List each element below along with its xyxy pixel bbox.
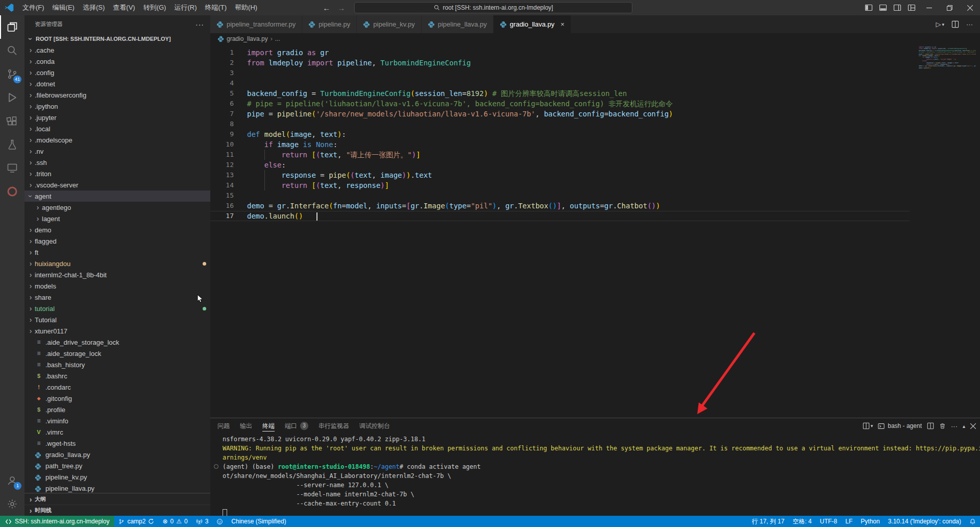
close-tab-icon[interactable]: × bbox=[560, 20, 565, 28]
tree-item-.vscode-server[interactable]: ›.vscode-server bbox=[24, 179, 210, 190]
minimize-button[interactable] bbox=[919, 0, 939, 15]
back-icon[interactable]: ← bbox=[323, 4, 330, 12]
tree-item-tutorial[interactable]: ›tutorial bbox=[24, 303, 210, 314]
tree-item-.aide_storage_lock[interactable]: ≡.aide_storage_lock bbox=[24, 348, 210, 359]
search-view-icon[interactable] bbox=[0, 39, 24, 62]
new-terminal-icon[interactable]: ▾ bbox=[863, 422, 873, 429]
tree-item-.wget-hsts[interactable]: ≡.wget-hsts bbox=[24, 438, 210, 449]
run-python-file-icon[interactable]: ▷▾ bbox=[936, 20, 944, 28]
git-branch-indicator[interactable]: camp2 bbox=[114, 516, 158, 527]
tree-item-agent[interactable]: ›agent bbox=[24, 190, 210, 202]
toggle-secondary-sidebar-icon[interactable] bbox=[890, 0, 904, 15]
feedback-indicator[interactable] bbox=[212, 516, 227, 527]
tree-item-.dotnet[interactable]: ›.dotnet bbox=[24, 78, 210, 89]
tab-gradio_llava.py[interactable]: gradio_llava.py× bbox=[494, 15, 571, 33]
language-mode-indicator[interactable]: Python bbox=[856, 516, 884, 527]
tab-pipeline.py[interactable]: pipeline.py bbox=[302, 15, 357, 33]
explorer-more-actions-icon[interactable]: ··· bbox=[195, 20, 204, 29]
toggle-panel-icon[interactable] bbox=[876, 0, 890, 15]
tree-item-lagent[interactable]: ›lagent bbox=[24, 213, 210, 224]
tree-item-models[interactable]: ›models bbox=[24, 280, 210, 292]
sidebar-section-大纲[interactable]: ›大纲 bbox=[24, 493, 210, 505]
sidebar-section-时间线[interactable]: ›时间线 bbox=[24, 505, 210, 516]
menu-查看[interactable]: 查看(V) bbox=[109, 0, 139, 15]
testing-icon[interactable] bbox=[0, 133, 24, 156]
forward-icon[interactable]: → bbox=[337, 4, 345, 12]
menu-文件[interactable]: 文件(F) bbox=[18, 0, 48, 15]
tree-item-.filebrowserconfig[interactable]: ›.filebrowserconfig bbox=[24, 89, 210, 101]
tree-item-.viminfo[interactable]: ≡.viminfo bbox=[24, 415, 210, 426]
workspace-root-row[interactable]: › ROOT [SSH: SSH.INTERN-AI.ORG.CN-LMDEPL… bbox=[24, 33, 210, 44]
close-window-button[interactable] bbox=[960, 0, 980, 15]
source-control-icon[interactable]: 41 bbox=[0, 62, 24, 86]
tree-item-.triton[interactable]: ›.triton bbox=[24, 168, 210, 179]
code-editor[interactable]: 1import gradio as gr2from lmdeploy impor… bbox=[210, 44, 980, 418]
tree-item-ft[interactable]: ›ft bbox=[24, 247, 210, 258]
maximize-panel-icon[interactable]: ▴ bbox=[963, 423, 965, 429]
breadcrumb-symbol[interactable]: ... bbox=[275, 35, 280, 42]
tree-item-share[interactable]: ›share bbox=[24, 292, 210, 303]
tree-item-.local[interactable]: ›.local bbox=[24, 123, 210, 134]
command-decoration-icon[interactable] bbox=[214, 464, 218, 469]
tree-item-.modelscope[interactable]: ›.modelscope bbox=[24, 134, 210, 146]
tree-item-.jupyter[interactable]: ›.jupyter bbox=[24, 112, 210, 123]
python-interpreter-indicator[interactable]: 3.10.14 ('lmdeploy': conda) bbox=[884, 516, 965, 527]
tree-item-.bashrc[interactable]: $.bashrc bbox=[24, 370, 210, 381]
minimap[interactable]: import gradio as grfrom lmdeploy import … bbox=[919, 46, 976, 69]
menu-终端[interactable]: 终端(T) bbox=[201, 0, 231, 15]
tree-item-gradio_llava.py[interactable]: gradio_llava.py bbox=[24, 449, 210, 460]
more-actions-icon[interactable]: ··· bbox=[966, 20, 973, 28]
tree-item-.profile[interactable]: $.profile bbox=[24, 404, 210, 415]
customize-layout-icon[interactable] bbox=[904, 0, 919, 15]
tree-item-.ssh[interactable]: ›.ssh bbox=[24, 157, 210, 168]
tab-pipeline_kv.py[interactable]: pipeline_kv.py bbox=[357, 15, 421, 33]
remote-explorer-icon[interactable] bbox=[0, 156, 24, 180]
tree-item-.ipython[interactable]: ›.ipython bbox=[24, 101, 210, 112]
kill-terminal-icon[interactable] bbox=[939, 422, 946, 429]
panel-tab-调试控制台[interactable]: 调试控制台 bbox=[359, 418, 390, 434]
run-debug-icon[interactable] bbox=[0, 86, 24, 109]
tree-item-.nv[interactable]: ›.nv bbox=[24, 146, 210, 157]
menu-编辑[interactable]: 编辑(E) bbox=[48, 0, 79, 15]
indentation-indicator[interactable]: 空格: 4 bbox=[789, 516, 816, 527]
cursor-position[interactable]: 行 17, 列 17 bbox=[748, 516, 789, 527]
breadcrumb[interactable]: gradio_llava.py › ... bbox=[210, 33, 980, 44]
tree-item-pipeline_llava.py[interactable]: pipeline_llava.py bbox=[24, 483, 210, 493]
tree-item-.config[interactable]: ›.config bbox=[24, 67, 210, 78]
tree-item-.bash_history[interactable]: ≡.bash_history bbox=[24, 359, 210, 370]
menu-选择[interactable]: 选择(S) bbox=[79, 0, 109, 15]
split-terminal-icon[interactable] bbox=[927, 422, 934, 429]
tab-pipeline_llava.py[interactable]: pipeline_llava.py bbox=[422, 15, 494, 33]
tree-item-.vimrc[interactable]: V.vimrc bbox=[24, 426, 210, 438]
explorer-icon[interactable] bbox=[0, 15, 24, 39]
tree-item-huixiangdou[interactable]: ›huixiangdou bbox=[24, 258, 210, 269]
tree-item-Tutorial[interactable]: ›Tutorial bbox=[24, 314, 210, 325]
toggle-sidebar-icon[interactable] bbox=[862, 0, 876, 15]
menu-转到[interactable]: 转到(G) bbox=[139, 0, 170, 15]
remote-indicator[interactable]: SSH: ssh.intern-ai.org.cn-lmdeploy bbox=[0, 516, 114, 527]
eol-indicator[interactable]: LF bbox=[841, 516, 856, 527]
encoding-indicator[interactable]: UTF-8 bbox=[816, 516, 841, 527]
tree-item-internlm2-chat-1_8b-4bit[interactable]: ›internlm2-chat-1_8b-4bit bbox=[24, 269, 210, 280]
ports-indicator[interactable]: 3 bbox=[192, 516, 213, 527]
problems-indicator[interactable]: ⊗ 0 ⚠ 0 bbox=[158, 516, 191, 527]
terminal-content[interactable]: nsformers-4.38.2 uvicorn-0.29.0 yapf-0.4… bbox=[210, 434, 980, 516]
notifications-bell[interactable] bbox=[965, 516, 980, 527]
panel-tab-串行监视器[interactable]: 串行监视器 bbox=[318, 418, 349, 434]
tree-item-.condarc[interactable]: !.condarc bbox=[24, 381, 210, 393]
panel-tab-端口[interactable]: 端口3 bbox=[285, 418, 308, 434]
panel-tab-输出[interactable]: 输出 bbox=[240, 418, 252, 434]
panel-tab-终端[interactable]: 终端 bbox=[262, 418, 275, 434]
menu-运行[interactable]: 运行(R) bbox=[170, 0, 201, 15]
tree-item-.gitconfig[interactable]: ◆.gitconfig bbox=[24, 393, 210, 404]
close-panel-icon[interactable] bbox=[970, 423, 976, 429]
tree-item-.aide_drive_storage_lock[interactable]: ≡.aide_drive_storage_lock bbox=[24, 337, 210, 348]
extension-circle-icon[interactable] bbox=[0, 180, 24, 203]
panel-more-actions-icon[interactable]: ··· bbox=[951, 422, 958, 430]
tab-pipeline_transformer.py[interactable]: pipeline_transformer.py bbox=[210, 15, 302, 33]
settings-gear-icon[interactable] bbox=[0, 492, 24, 516]
tree-item-.cache[interactable]: ›.cache bbox=[24, 44, 210, 56]
accounts-icon[interactable]: 1 bbox=[0, 469, 24, 492]
command-center-search[interactable]: root [SSH: ssh.intern-ai.org.cn-lmdeploy… bbox=[354, 2, 632, 13]
breadcrumb-file[interactable]: gradio_llava.py bbox=[227, 35, 268, 42]
